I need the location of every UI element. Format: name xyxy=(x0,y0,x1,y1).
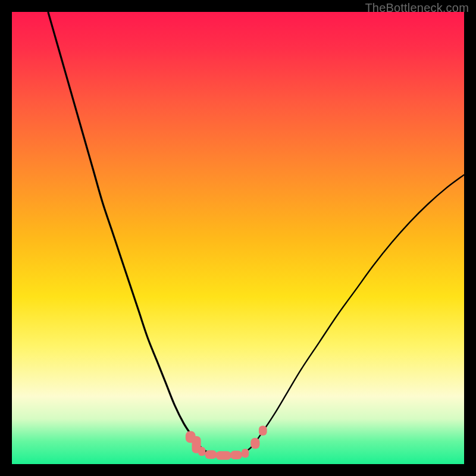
curve-layer xyxy=(12,12,464,464)
optimum-marker xyxy=(205,450,217,459)
chart-frame: TheBottleneck.com xyxy=(0,0,476,476)
bottleneck-curve xyxy=(48,12,464,456)
optimum-marker xyxy=(250,438,259,449)
curve-right-branch xyxy=(243,175,464,454)
optimum-markers xyxy=(186,425,267,459)
optimum-marker xyxy=(230,451,242,459)
optimum-marker xyxy=(259,425,267,436)
optimum-marker xyxy=(242,449,249,458)
optimum-marker xyxy=(198,447,205,456)
curve-left-branch xyxy=(48,12,211,454)
optimum-marker xyxy=(216,451,231,459)
